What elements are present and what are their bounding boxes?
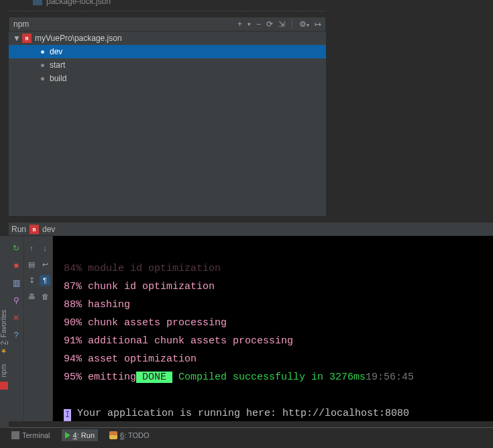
chevron-down-icon[interactable]: ▼ <box>13 34 18 43</box>
run-tool-body: ↻ ■ ▥ ⚲ ✕ ? ↑ ↓ ▤ ↩ ↧ ¶ 🖶 🗑 84% module i… <box>9 236 493 421</box>
help-icon[interactable]: ? <box>11 330 21 341</box>
favorites-tool-button[interactable]: ★ 2: Favorites <box>0 310 7 355</box>
bullet-icon <box>41 50 44 54</box>
npm-script-start[interactable]: start <box>9 58 326 72</box>
compiled-text: Compiled successfully in 3276ms <box>172 372 366 383</box>
project-tree-row[interactable]: package-lock.json <box>9 0 326 7</box>
pin-icon[interactable]: ⚲ <box>11 295 21 306</box>
npm-package-node[interactable]: ▼ n myVuePro\package.json <box>9 32 326 45</box>
bullet-icon <box>41 77 44 80</box>
todo-tab-label: 6: TODO <box>120 431 150 439</box>
run-label-prefix: Run <box>11 225 26 234</box>
hide-icon[interactable]: ↦ <box>315 19 321 29</box>
console-emit-prefix: 95% emitting <box>64 372 136 383</box>
status-separator <box>8 427 493 428</box>
npm-script-label: start <box>50 60 65 70</box>
sync-icon[interactable]: ⟳ <box>266 19 273 29</box>
console-running-msg: Your application is running here: http:/… <box>71 408 409 419</box>
console-output[interactable]: 84% module id optimization 87% chunk id … <box>53 236 493 421</box>
star-icon: ★ <box>0 347 7 355</box>
run-gutter-primary: ↻ ■ ▥ ⚲ ✕ ? <box>9 236 24 421</box>
wrap-icon[interactable]: ↩ <box>40 259 50 270</box>
done-badge: DONE <box>136 372 172 383</box>
bottom-tool-tabs: Terminal 4: Run 6: TODO <box>8 429 292 441</box>
console-line: 94% asset optimization <box>64 353 197 365</box>
print-icon[interactable]: 🖶 <box>26 291 37 302</box>
rerun-icon[interactable]: ↻ <box>11 243 21 254</box>
npm-script-label: dev <box>50 47 62 56</box>
bullet-icon <box>41 64 44 67</box>
project-tree-file-label: package-lock.json <box>46 0 111 6</box>
npm-script-build[interactable]: build <box>9 72 326 85</box>
trash-icon[interactable]: 🗑 <box>40 291 50 302</box>
separator <box>292 19 292 29</box>
terminal-tab-label: Terminal <box>22 431 50 439</box>
npm-script-label: build <box>50 74 66 83</box>
npm-script-dev[interactable]: dev <box>9 45 326 58</box>
npm-toolwindow-header: npm + ▾ − ⟳ ⇲ ⚙▾ ↦ <box>9 17 326 32</box>
npm-tool-button[interactable]: npm <box>0 364 7 377</box>
run-config-name: dev <box>42 225 55 234</box>
terminal-tab[interactable]: Terminal <box>8 429 54 441</box>
npm-icon <box>0 382 8 390</box>
up-icon[interactable]: ↑ <box>26 243 37 254</box>
console-line: 90% chunk assets processing <box>64 317 227 329</box>
npm-package-path: myVuePro\package.json <box>35 34 122 43</box>
terminal-icon <box>11 431 19 439</box>
scroll-icon[interactable]: ↧ <box>26 275 37 286</box>
run-gutter-secondary: ↑ ↓ ▤ ↩ ↧ ¶ 🖶 🗑 <box>24 236 53 421</box>
add-icon[interactable]: + <box>237 19 242 29</box>
down-icon[interactable]: ↓ <box>40 243 50 254</box>
run-tab-label: 4: Run <box>73 431 95 439</box>
npm-toolwindow-title: npm <box>9 19 237 29</box>
console-line: 87% chunk id optimization <box>64 281 215 292</box>
play-icon <box>65 432 70 439</box>
console-line: 84% module id optimization <box>64 263 221 274</box>
todo-tab[interactable]: 6: TODO <box>106 429 153 441</box>
expand-icon[interactable]: ⇲ <box>278 19 285 29</box>
console-line: 91% additional chunk assets processing <box>64 335 293 347</box>
filter-icon[interactable]: ▤ <box>26 259 37 270</box>
run-tool-header: Run n dev <box>9 223 493 236</box>
npm-icon: n <box>22 34 32 43</box>
remove-icon[interactable]: − <box>256 19 261 29</box>
console-timestamp: 19:56:45 <box>366 372 414 383</box>
console-caret: I <box>64 409 71 421</box>
layout-icon[interactable]: ▥ <box>11 278 21 288</box>
npm-icon: n <box>30 225 39 234</box>
todo-icon <box>109 431 117 439</box>
close-icon[interactable]: ✕ <box>11 313 21 323</box>
settings-icon[interactable]: ⚙▾ <box>299 19 309 29</box>
npm-scripts-panel: ▼ n myVuePro\package.json dev start buil… <box>9 32 326 216</box>
left-tool-rail: ★ 2: Favorites npm <box>0 236 9 428</box>
resize-handle[interactable] <box>9 11 325 15</box>
json-file-icon <box>33 0 42 5</box>
run-tab[interactable]: 4: Run <box>62 429 98 441</box>
stop-icon[interactable]: ■ <box>11 260 21 271</box>
console-line: 88% hashing <box>64 299 130 311</box>
soft-wrap-icon[interactable]: ¶ <box>40 275 50 286</box>
